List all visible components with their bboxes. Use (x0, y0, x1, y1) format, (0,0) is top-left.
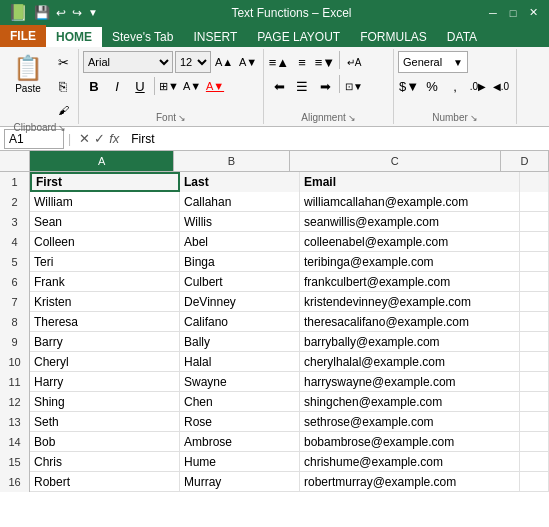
border-button[interactable]: ⊞▼ (158, 75, 180, 97)
cell-b6[interactable]: Culbert (180, 272, 300, 292)
cell-d2[interactable] (520, 192, 549, 212)
table-row[interactable]: 8TheresaCalifanotheresacalifano@example.… (0, 312, 549, 332)
number-expand[interactable]: ↘ (470, 113, 478, 123)
tab-formulas[interactable]: FORMULAS (350, 27, 437, 47)
cell-c9[interactable]: barrybally@example.com (300, 332, 520, 352)
bold-button[interactable]: B (83, 75, 105, 97)
cell-d6[interactable] (520, 272, 549, 292)
cell-c12[interactable]: shingchen@example.com (300, 392, 520, 412)
fill-color-button[interactable]: A▼ (181, 75, 203, 97)
cell-a15[interactable]: Chris (30, 452, 180, 472)
cell-c10[interactable]: cherylhalal@example.com (300, 352, 520, 372)
cell-b14[interactable]: Ambrose (180, 432, 300, 452)
table-row[interactable]: 2WilliamCallahanwilliamcallahan@example.… (0, 192, 549, 212)
number-format-box[interactable]: General ▼ (398, 51, 468, 73)
tab-pagelayout[interactable]: PAGE LAYOUT (247, 27, 350, 47)
font-grow-icon[interactable]: A▲ (213, 51, 235, 73)
cell-c4[interactable]: colleenabel@example.com (300, 232, 520, 252)
italic-button[interactable]: I (106, 75, 128, 97)
cell-c11[interactable]: harryswayne@example.com (300, 372, 520, 392)
cell-a2[interactable]: William (30, 192, 180, 212)
cell-b16[interactable]: Murray (180, 472, 300, 492)
cell-b9[interactable]: Bally (180, 332, 300, 352)
table-row[interactable]: 16RobertMurrayrobertmurray@example.com (0, 472, 549, 492)
cell-a14[interactable]: Bob (30, 432, 180, 452)
cell-d14[interactable] (520, 432, 549, 452)
copy-button[interactable]: ⎘ (52, 75, 74, 97)
cell-c13[interactable]: sethrose@example.com (300, 412, 520, 432)
cell-b7[interactable]: DeVinney (180, 292, 300, 312)
cell-d7[interactable] (520, 292, 549, 312)
cell-b3[interactable]: Willis (180, 212, 300, 232)
table-row[interactable]: 3SeanWillisseanwillis@example.com (0, 212, 549, 232)
decrease-decimal-btn[interactable]: ◀.0 (490, 75, 512, 97)
cell-a3[interactable]: Sean (30, 212, 180, 232)
cell-a4[interactable]: Colleen (30, 232, 180, 252)
table-row[interactable]: 7KristenDeVinneykristendevinney@example.… (0, 292, 549, 312)
col-header-b[interactable]: B (174, 151, 289, 171)
maximize-btn[interactable]: □ (505, 5, 521, 21)
cell-b12[interactable]: Chen (180, 392, 300, 412)
table-row[interactable]: 1FirstLastEmail (0, 172, 549, 192)
table-row[interactable]: 6FrankCulbertfrankculbert@example.com (0, 272, 549, 292)
cell-c15[interactable]: chrishume@example.com (300, 452, 520, 472)
cell-c8[interactable]: theresacalifano@example.com (300, 312, 520, 332)
cell-a12[interactable]: Shing (30, 392, 180, 412)
cell-a5[interactable]: Teri (30, 252, 180, 272)
clipboard-expand[interactable]: ↘ (58, 123, 66, 133)
cell-a13[interactable]: Seth (30, 412, 180, 432)
cell-c14[interactable]: bobambrose@example.com (300, 432, 520, 452)
cell-a8[interactable]: Theresa (30, 312, 180, 332)
quick-customize[interactable]: ▼ (88, 7, 98, 18)
cell-c7[interactable]: kristendevinney@example.com (300, 292, 520, 312)
align-left-btn[interactable]: ⬅ (268, 75, 290, 97)
col-header-c[interactable]: C (290, 151, 501, 171)
cut-button[interactable]: ✂ (52, 51, 74, 73)
align-top-center-btn[interactable]: ≡ (291, 51, 313, 73)
tab-insert[interactable]: INSERT (183, 27, 247, 47)
cell-c1[interactable]: Email (300, 172, 520, 192)
cell-c16[interactable]: robertmurray@example.com (300, 472, 520, 492)
cell-d9[interactable] (520, 332, 549, 352)
paste-button[interactable]: 📋 Paste (6, 51, 50, 97)
increase-decimal-btn[interactable]: .0▶ (467, 75, 489, 97)
quick-save[interactable]: 💾 (34, 5, 50, 20)
cell-b15[interactable]: Hume (180, 452, 300, 472)
currency-btn[interactable]: $▼ (398, 75, 420, 97)
cell-d1[interactable] (520, 172, 549, 192)
cell-a16[interactable]: Robert (30, 472, 180, 492)
tab-steves[interactable]: Steve's Tab (102, 27, 183, 47)
cell-c5[interactable]: teribinga@example.com (300, 252, 520, 272)
cell-a6[interactable]: Frank (30, 272, 180, 292)
cell-d15[interactable] (520, 452, 549, 472)
font-expand[interactable]: ↘ (178, 113, 186, 123)
cell-d3[interactable] (520, 212, 549, 232)
confirm-formula-icon[interactable]: ✓ (94, 131, 105, 146)
cell-d12[interactable] (520, 392, 549, 412)
format-painter-button[interactable]: 🖌 (52, 99, 74, 121)
align-top-left-btn[interactable]: ≡▲ (268, 51, 290, 73)
minimize-btn[interactable]: ─ (485, 5, 501, 21)
cell-d13[interactable] (520, 412, 549, 432)
font-color-button[interactable]: A▼ (204, 75, 226, 97)
font-name-select[interactable]: Arial (83, 51, 173, 73)
col-header-d[interactable]: D (501, 151, 549, 171)
merge-btn[interactable]: ⊡▼ (343, 75, 365, 97)
cell-a10[interactable]: Cheryl (30, 352, 180, 372)
table-row[interactable]: 5TeriBingateribinga@example.com (0, 252, 549, 272)
cell-d16[interactable] (520, 472, 549, 492)
quick-redo[interactable]: ↪ (72, 6, 82, 20)
cancel-formula-icon[interactable]: ✕ (79, 131, 90, 146)
tab-data[interactable]: DATA (437, 27, 487, 47)
wrap-text-btn[interactable]: ↵A (343, 51, 365, 73)
close-btn[interactable]: ✕ (525, 5, 541, 21)
font-size-select[interactable]: 12 (175, 51, 211, 73)
underline-button[interactable]: U (129, 75, 151, 97)
table-row[interactable]: 15ChrisHumechrishume@example.com (0, 452, 549, 472)
cell-a11[interactable]: Harry (30, 372, 180, 392)
table-row[interactable]: 12ShingChenshingchen@example.com (0, 392, 549, 412)
align-center-btn[interactable]: ☰ (291, 75, 313, 97)
cell-d8[interactable] (520, 312, 549, 332)
cell-b10[interactable]: Halal (180, 352, 300, 372)
cell-b2[interactable]: Callahan (180, 192, 300, 212)
